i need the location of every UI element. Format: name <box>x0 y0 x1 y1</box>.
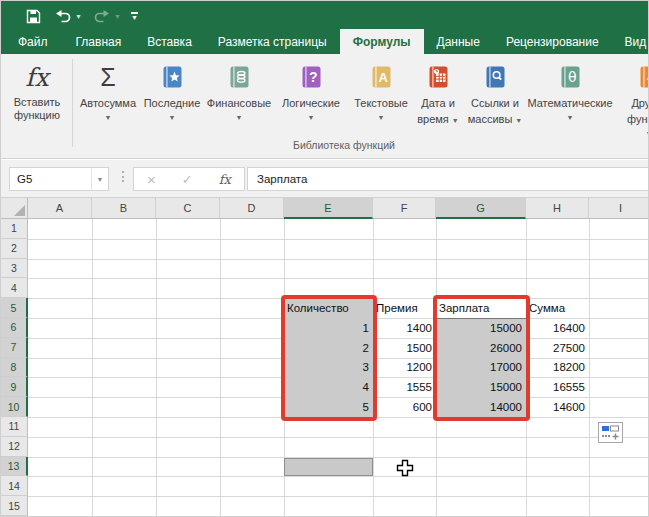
dropdown-arrow-icon[interactable]: ▼ <box>75 13 82 20</box>
ribbon-button-0[interactable]: ΣАвтосумма▼ <box>75 60 141 152</box>
cell-H5[interactable]: Сумма <box>526 298 589 318</box>
tab-5[interactable]: Данные <box>424 29 493 54</box>
dropdown-arrow-icon: ▼ <box>203 114 275 121</box>
tab-file[interactable]: Файл <box>3 29 63 54</box>
cell-H10[interactable]: 14600 <box>526 397 589 417</box>
cell-F10[interactable]: 600 <box>373 397 436 417</box>
row-header-5[interactable]: 5 <box>1 298 28 318</box>
dropdown-arrow-icon[interactable]: ▼ <box>114 13 121 20</box>
dropdown-arrow-icon: ▼ <box>141 114 203 121</box>
cell-F5[interactable]: Премия <box>373 298 436 318</box>
fx-icon: fx <box>5 60 69 96</box>
row-header-1[interactable]: 1 <box>1 219 28 239</box>
tab-1[interactable]: Главная <box>63 29 135 54</box>
tab-7[interactable]: Вид <box>612 29 649 54</box>
gridline <box>28 239 649 240</box>
column-header-H[interactable]: H <box>526 198 589 219</box>
gridline <box>92 219 93 517</box>
sigma-icon: Σ <box>75 60 141 94</box>
formula-text: Зарплата <box>248 173 307 185</box>
row-header-11[interactable]: 11 <box>1 417 28 437</box>
column-header-G[interactable]: G <box>436 198 526 219</box>
name-box-dropdown-icon[interactable]: ▼ <box>91 168 108 190</box>
column-header-F[interactable]: F <box>373 198 436 219</box>
undo-button[interactable]: ▼ <box>53 6 82 26</box>
cell-H6[interactable]: 16400 <box>526 318 589 338</box>
formula-bar-resize-handle[interactable] <box>122 171 124 182</box>
dropdown-arrow-icon: ▼ <box>452 117 459 124</box>
formula-bar-buttons: × ✓ fx <box>133 167 245 191</box>
math-book-icon: θ <box>527 60 613 94</box>
row-header-12[interactable]: 12 <box>1 437 28 457</box>
cell-F8[interactable]: 1200 <box>373 358 436 378</box>
logical-book-icon: ? <box>275 60 347 94</box>
financial-book-icon <box>203 60 275 94</box>
row-header-7[interactable]: 7 <box>1 338 28 358</box>
cell-F6[interactable]: 1400 <box>373 318 436 338</box>
ribbon-button-7[interactable]: θМатематические▼ <box>527 60 613 152</box>
row-header-6[interactable]: 6 <box>1 318 28 338</box>
tab-2[interactable]: Вставка <box>134 29 205 54</box>
select-all-icon <box>14 205 25 216</box>
red-highlight-box <box>281 295 377 421</box>
dropdown-arrow-icon: ▼ <box>75 114 141 121</box>
cancel-icon[interactable]: × <box>147 171 156 188</box>
ribbon-tab-bar: ФайлГлавнаяВставкаРазметка страницыФорму… <box>1 29 649 54</box>
quick-analysis-icon <box>601 425 620 440</box>
quick-analysis-button[interactable] <box>598 422 623 443</box>
insert-function-label-1: Вставить <box>5 96 69 109</box>
row-header-9[interactable]: 9 <box>1 377 28 397</box>
svg-text:?: ? <box>309 69 318 85</box>
enter-icon[interactable]: ✓ <box>182 172 193 187</box>
tab-3[interactable]: Разметка страницы <box>205 29 340 54</box>
excel-window: ▼▼▼ ФайлГлавнаяВставкаРазметка страницыФ… <box>0 0 649 517</box>
redo-button[interactable]: ▼ <box>92 6 121 26</box>
customize-qat-button[interactable]: ▼ <box>131 12 138 20</box>
column-header-D[interactable]: D <box>220 198 284 219</box>
worksheet-grid[interactable]: ABCDEFGHI123456789101112131415Количество… <box>1 198 649 517</box>
cell-H9[interactable]: 16555 <box>526 377 589 397</box>
text-book-icon: A <box>349 60 413 94</box>
tab-6[interactable]: Рецензирование <box>493 29 612 54</box>
insert-function-label-2: функцию <box>5 109 69 122</box>
ribbon-button-1[interactable]: Последние▼ <box>141 60 203 152</box>
column-header-I[interactable]: I <box>589 198 649 219</box>
name-box[interactable]: G5 ▼ <box>9 167 109 191</box>
formula-input[interactable]: Зарплата <box>247 167 649 191</box>
save-button[interactable] <box>23 6 43 26</box>
save-icon <box>23 6 43 26</box>
ribbon-button-8[interactable]: …Другиефункции▼ <box>615 60 649 152</box>
column-header-E[interactable]: E <box>284 198 373 219</box>
gridline <box>589 219 590 517</box>
gridline <box>28 278 649 279</box>
group-label: Библиотека функций <box>204 139 484 151</box>
insert-function-button[interactable]: fx Вставить функцию <box>5 60 69 152</box>
cell-H7[interactable]: 27500 <box>526 338 589 358</box>
red-highlight-box <box>433 295 530 421</box>
tab-4[interactable]: Формулы <box>340 29 424 54</box>
column-header-B[interactable]: B <box>92 198 156 219</box>
column-header-A[interactable]: A <box>28 198 92 219</box>
row-header-2[interactable]: 2 <box>1 239 28 259</box>
undo-icon <box>53 6 73 26</box>
column-header-C[interactable]: C <box>156 198 220 219</box>
redo-icon <box>92 6 112 26</box>
group-divider <box>72 59 73 147</box>
select-all-corner[interactable] <box>1 198 28 219</box>
cell-F9[interactable]: 1555 <box>373 377 436 397</box>
row-header-15[interactable]: 15 <box>1 496 28 516</box>
row-header-4[interactable]: 4 <box>1 278 28 298</box>
cell-F7[interactable]: 1500 <box>373 338 436 358</box>
insert-function-icon[interactable]: fx <box>219 172 231 187</box>
dropdown-arrow-icon: ▼ <box>515 117 522 124</box>
gridline <box>220 219 221 517</box>
row-header-10[interactable]: 10 <box>1 397 28 417</box>
row-header-14[interactable]: 14 <box>1 476 28 496</box>
row-header-3[interactable]: 3 <box>1 259 28 279</box>
datetime-book-icon <box>409 60 467 94</box>
row-header-13[interactable]: 13 <box>1 457 28 477</box>
shaded-cell <box>284 458 373 477</box>
row-header-8[interactable]: 8 <box>1 358 28 378</box>
dropdown-arrow-icon: ▼ <box>527 114 613 121</box>
cell-H8[interactable]: 18200 <box>526 358 589 378</box>
